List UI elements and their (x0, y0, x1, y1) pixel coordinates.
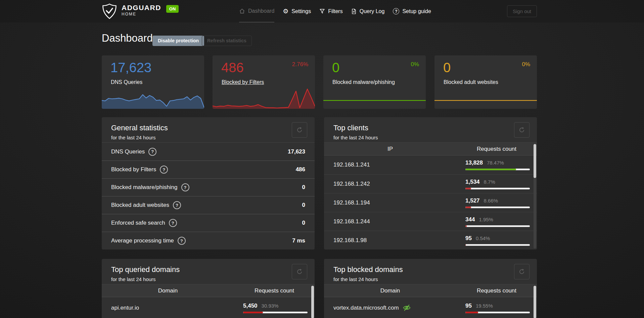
stat-card-dns-queries: 17,623 DNS Queries (102, 55, 204, 109)
requests-percent: 78.47% (487, 160, 504, 166)
protection-status-badge: ON (166, 5, 179, 13)
stat-value: 486 (221, 60, 244, 75)
panel-title: General statistics (111, 124, 305, 132)
general-statistics-panel: General statistics for the last 24 hours… (102, 117, 315, 249)
panel-subtitle: for the last 24 hours (333, 135, 527, 140)
requests-count: 13,828 (465, 160, 483, 166)
top-queried-rows: api.entur.io 5,450 30.93% (102, 297, 315, 318)
domain-name[interactable]: api.entur.io (111, 305, 139, 311)
help-icon[interactable]: ? (173, 201, 181, 209)
stat-row-value: 0 (302, 202, 305, 209)
disable-protection-button[interactable]: Disable protection (152, 36, 204, 46)
stat-row-label: Blocked adult websites (111, 202, 169, 209)
top-navbar: ADGUARD HOME ON Dashboard ⚙ Settings Fil… (0, 0, 644, 22)
refresh-statistics-button[interactable]: Refresh statistics (202, 36, 252, 46)
table-header: IP Requests count (324, 143, 537, 155)
refresh-panel-button[interactable] (514, 264, 530, 279)
statistics-row: Blocked malware/phishing ? 0 (102, 178, 315, 196)
blocked-malware-sparkline (323, 88, 426, 109)
stat-percent: 2.76% (292, 61, 308, 68)
table-row: 192.168.1.194 1,527 8.66% (324, 193, 537, 212)
top-blocked-domains-panel: Top blocked domains for the last 24 hour… (324, 259, 537, 318)
client-ip[interactable]: 192.168.1.241 (333, 162, 370, 168)
nav-item-query-log[interactable]: Query Log (351, 0, 385, 22)
requests-bar (465, 244, 530, 246)
table-header: Domain Requests count (102, 284, 315, 297)
panel-subtitle: for the last 24 hours (111, 276, 305, 282)
table-row: vortex.data.microsoft.com 95 19.55% (324, 297, 537, 318)
panel-title: Top blocked domains (333, 265, 527, 274)
brand-subname: HOME (122, 12, 161, 16)
stat-row-label: Blocked by Filters (111, 166, 156, 173)
stat-row-label: Average processing time (111, 237, 174, 244)
client-ip[interactable]: 192.168.1.98 (333, 237, 367, 244)
client-ip[interactable]: 192.168.1.194 (333, 199, 370, 206)
eye-off-icon (403, 304, 411, 311)
requests-bar (465, 188, 530, 189)
requests-percent: 1.95% (479, 217, 493, 222)
table-row: api.entur.io 5,450 30.93% (102, 297, 315, 318)
requests-percent: 30.93% (262, 303, 279, 309)
table-row: 192.168.1.242 1,534 8.7% (324, 174, 537, 193)
nav-item-setup-guide[interactable]: ? Setup guide (393, 0, 431, 22)
requests-count: 5,450 (243, 303, 258, 309)
statistics-row: Average processing time ? 7 ms (102, 232, 315, 249)
help-icon[interactable]: ? (160, 166, 168, 174)
panel-title: Top queried domains (111, 265, 305, 274)
scrollbar-thumb[interactable] (534, 286, 536, 318)
table-header: Domain Requests count (324, 284, 537, 297)
blocked-adult-sparkline (434, 88, 537, 109)
sign-out-button[interactable]: Sign out (507, 5, 537, 17)
nav-item-filters[interactable]: Filters (319, 0, 343, 22)
scrollbar-thumb[interactable] (311, 286, 314, 318)
refresh-panel-button[interactable] (292, 264, 307, 279)
client-ip[interactable]: 192.168.1.244 (333, 218, 370, 225)
nav-item-settings[interactable]: ⚙ Settings (283, 0, 311, 22)
nav-item-dashboard[interactable]: Dashboard (239, 0, 274, 22)
help-icon[interactable]: ? (178, 237, 186, 245)
stat-row-value: 17,623 (288, 148, 305, 155)
statistics-row: Enforced safe search ? 0 (102, 214, 315, 232)
stat-card-blocked-adult: 0 Blocked adult websites 0% (434, 55, 537, 109)
nav-item-label: Filters (328, 8, 343, 14)
requests-count: 95 (465, 303, 472, 309)
help-icon[interactable]: ? (148, 148, 156, 156)
stat-row-value: 7 ms (292, 237, 305, 244)
stat-row-label: Blocked malware/phishing (111, 184, 178, 191)
refresh-panel-button[interactable] (514, 122, 530, 138)
scrollbar-thumb[interactable] (534, 144, 536, 178)
stat-card-blocked-by-filters: 486 Blocked by Filters 2.76% (213, 55, 315, 109)
panel-subtitle: for the last 24 hours (111, 135, 305, 140)
top-queried-domains-panel: Top queried domains for the last 24 hour… (102, 259, 315, 318)
help-icon[interactable]: ? (181, 183, 189, 191)
page-title: Dashboard (102, 32, 153, 44)
brand[interactable]: ADGUARD HOME ON (102, 3, 179, 20)
dns-queries-sparkline (102, 88, 204, 109)
refresh-panel-button[interactable] (292, 122, 307, 138)
blocked-by-filters-link[interactable]: Blocked by Filters (222, 79, 264, 85)
client-ip[interactable]: 192.168.1.242 (333, 181, 370, 187)
home-icon (239, 8, 245, 14)
requests-count: 1,527 (465, 197, 480, 204)
stat-row-label: Enforced safe search (111, 220, 165, 226)
stat-label: Blocked adult websites (444, 79, 498, 85)
refresh-icon (518, 268, 525, 275)
requests-count: 95 (465, 235, 472, 242)
general-statistics-rows: DNS Queries ? 17,623 Blocked by Filters … (102, 143, 315, 249)
requests-count: 344 (465, 216, 475, 223)
document-icon (351, 8, 357, 14)
stat-row-value: 0 (302, 184, 305, 191)
column-header-requests: Requests count (234, 287, 315, 294)
top-blocked-rows: vortex.data.microsoft.com 95 19.55% (324, 297, 537, 318)
help-icon[interactable]: ? (169, 219, 177, 227)
statistics-row: DNS Queries ? 17,623 (102, 143, 315, 161)
column-header-domain: Domain (324, 287, 456, 294)
panel-title: Top clients (333, 124, 527, 132)
stat-label: DNS Queries (111, 79, 142, 85)
requests-bar (465, 225, 530, 227)
stat-label: Blocked malware/phishing (332, 79, 395, 85)
requests-count: 1,534 (465, 179, 480, 185)
domain-name[interactable]: vortex.data.microsoft.com (333, 305, 399, 311)
requests-percent: 8.7% (484, 179, 495, 185)
stat-percent: 0% (411, 61, 419, 68)
